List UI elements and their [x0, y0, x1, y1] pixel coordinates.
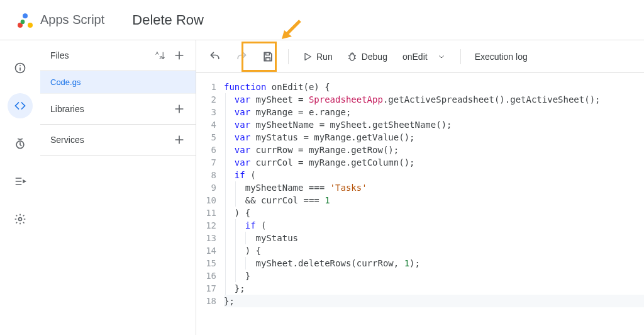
toolbar-divider	[288, 49, 289, 64]
svg-point-11	[350, 54, 355, 60]
execution-log-button[interactable]: Execution log	[470, 45, 533, 68]
code-line[interactable]: var mySheet = SpreadsheetApp.getActiveSp…	[224, 93, 644, 106]
debug-button[interactable]: Debug	[341, 45, 392, 68]
editor-toolbar: Run Debug onEdit Execution log	[196, 40, 644, 73]
code-line[interactable]: ) {	[224, 207, 644, 219]
redo-icon	[235, 50, 248, 63]
files-panel: Files AZ Code.gs Libraries Services	[40, 40, 196, 335]
save-icon	[262, 50, 274, 63]
add-library-button[interactable]	[173, 103, 186, 115]
plus-icon	[173, 133, 186, 146]
code-line[interactable]: if (	[224, 219, 644, 232]
add-file-button[interactable]	[173, 49, 186, 62]
left-rail	[0, 40, 40, 335]
libraries-label: Libraries	[50, 104, 84, 114]
add-service-button[interactable]	[173, 133, 186, 146]
code-line[interactable]: };	[224, 295, 644, 307]
code-line[interactable]: mySheetName === 'Tasks'	[224, 181, 644, 194]
code-line[interactable]: var currRow = myRange.getRow();	[224, 144, 644, 156]
files-header: Files AZ	[40, 40, 196, 71]
code-line[interactable]: };	[224, 282, 644, 295]
code-line[interactable]: myStatus	[224, 232, 644, 244]
code-line[interactable]: var myStatus = myRange.getValue();	[224, 131, 644, 144]
clock-icon	[14, 137, 26, 150]
gear-icon	[14, 213, 26, 225]
info-icon	[14, 62, 26, 74]
files-title: Files	[50, 50, 69, 60]
sort-az-icon: AZ	[154, 50, 165, 61]
editor-area: Run Debug onEdit Execution log 123456789…	[196, 40, 644, 335]
svg-point-2	[28, 23, 33, 28]
run-button[interactable]: Run	[297, 45, 338, 68]
product-name: Apps Script	[40, 13, 104, 27]
chevron-down-icon	[438, 53, 445, 60]
code-line[interactable]: && currCol === 1	[224, 194, 644, 207]
project-title[interactable]: Delete Row	[132, 12, 204, 28]
code-icon	[14, 99, 26, 112]
file-item-code[interactable]: Code.gs	[40, 71, 196, 94]
rail-triggers[interactable]	[8, 131, 33, 156]
rail-settings[interactable]	[8, 207, 33, 232]
product-logo[interactable]: Apps Script	[15, 10, 104, 30]
executions-icon	[14, 175, 26, 188]
top-header: Apps Script Delete Row	[0, 0, 644, 40]
code-line[interactable]: ) {	[224, 244, 644, 257]
code-line[interactable]: if (	[224, 169, 644, 181]
plus-icon	[173, 103, 186, 115]
redo-button[interactable]	[230, 45, 253, 68]
undo-button[interactable]	[204, 45, 226, 68]
svg-text:A: A	[155, 50, 158, 56]
run-label: Run	[316, 52, 333, 62]
rail-editor[interactable]	[8, 93, 33, 118]
code-editor[interactable]: 123456789101112131415161718 function onE…	[196, 73, 644, 335]
play-icon	[303, 52, 313, 62]
function-select-value: onEdit	[402, 52, 428, 62]
apps-script-icon	[15, 10, 35, 30]
function-select[interactable]: onEdit	[396, 52, 452, 62]
svg-point-1	[23, 13, 28, 18]
libraries-section[interactable]: Libraries	[40, 94, 196, 125]
services-label: Services	[50, 135, 84, 145]
code-line[interactable]: mySheet.deleteRows(currRow, 1);	[224, 257, 644, 270]
line-number-gutter: 123456789101112131415161718	[196, 81, 224, 335]
execution-log-label: Execution log	[475, 52, 528, 62]
rail-executions[interactable]	[8, 169, 33, 194]
code-line[interactable]: function onEdit(e) {	[224, 81, 644, 93]
services-section[interactable]: Services	[40, 125, 196, 156]
svg-point-3	[21, 20, 25, 24]
code-line[interactable]: var myRange = e.range;	[224, 106, 644, 118]
code-content[interactable]: function onEdit(e) { var mySheet = Sprea…	[224, 81, 644, 335]
code-line[interactable]: }	[224, 270, 644, 282]
code-line[interactable]: var currCol = myRange.getColumn();	[224, 156, 644, 169]
undo-icon	[209, 50, 221, 63]
toolbar-divider	[460, 49, 461, 64]
code-line[interactable]: var mySheetName = mySheet.getSheetName()…	[224, 118, 644, 131]
sort-button[interactable]: AZ	[154, 50, 165, 61]
svg-point-6	[19, 65, 21, 66]
rail-overview[interactable]	[8, 55, 33, 81]
plus-icon	[173, 49, 186, 62]
debug-icon	[347, 51, 358, 62]
debug-label: Debug	[362, 52, 387, 62]
svg-point-8	[19, 218, 22, 221]
save-button[interactable]	[257, 45, 279, 68]
